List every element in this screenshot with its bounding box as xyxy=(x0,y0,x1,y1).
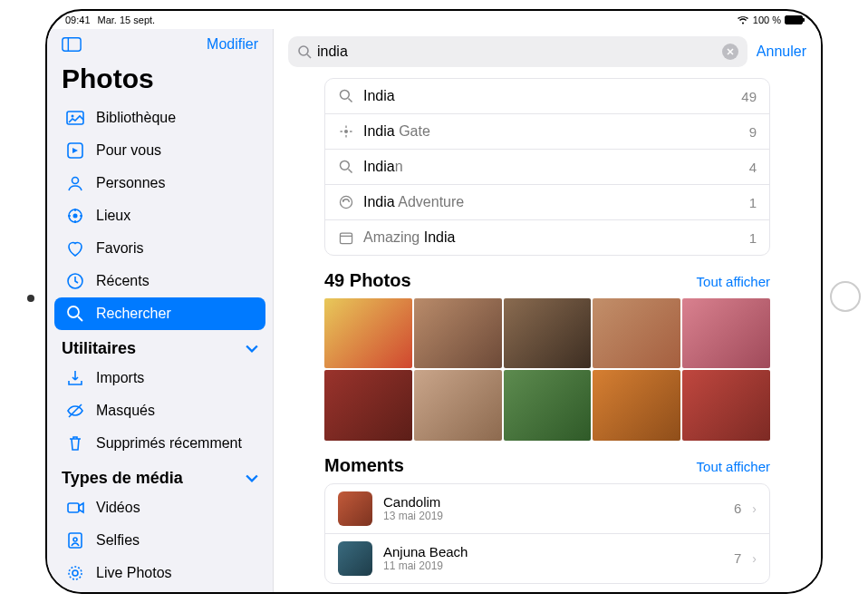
main-content: Annuler India49India Gate9Indian4India A… xyxy=(274,29,821,592)
photo-thumbnail[interactable] xyxy=(504,298,592,368)
photo-thumbnail[interactable] xyxy=(414,298,502,368)
chevron-down-icon xyxy=(246,343,258,355)
video-icon xyxy=(65,498,85,518)
sidebar-item-selfies[interactable]: Selfies xyxy=(54,524,265,557)
sidebar-item-supprimés-récemment[interactable]: Supprimés récemment xyxy=(54,427,265,460)
sidebar-section-label: Types de média xyxy=(62,469,183,488)
suggestion-row[interactable]: Amazing India1 xyxy=(325,220,769,255)
moments-list: Candolim13 mai 20196›Anjuna Beach11 mai … xyxy=(324,483,770,584)
sidebar-item-lieux[interactable]: Lieux xyxy=(54,199,265,232)
sidebar-item-portrait[interactable]: Portrait xyxy=(54,589,265,592)
sidebar-item-vidéos[interactable]: Vidéos xyxy=(54,491,265,524)
suggestion-text: Amazing India xyxy=(363,229,740,246)
sidebar: Modifier Photos BibliothèquePour vousPer… xyxy=(47,29,274,592)
sidebar-item-label: Rechercher xyxy=(96,306,171,322)
library-icon xyxy=(65,108,85,128)
sidebar-item-rechercher[interactable]: Rechercher xyxy=(54,297,265,330)
suggestion-text: India Gate xyxy=(363,123,740,140)
status-date: Mar. 15 sept. xyxy=(98,15,156,25)
suggestion-text: Indian xyxy=(363,159,740,175)
photo-thumbnail[interactable] xyxy=(682,298,770,368)
search-field[interactable] xyxy=(288,36,747,67)
suggestion-row[interactable]: Indian4 xyxy=(325,150,769,185)
svg-line-10 xyxy=(78,316,82,321)
moment-title: Anjuna Beach xyxy=(383,544,723,559)
svg-rect-12 xyxy=(68,503,79,512)
suggestion-text: India xyxy=(363,88,732,104)
trash-icon xyxy=(65,433,85,453)
suggestion-count: 1 xyxy=(749,230,757,246)
places-icon xyxy=(65,206,85,226)
search-icon xyxy=(65,304,85,324)
moment-thumbnail xyxy=(338,491,372,526)
sidebar-item-live-photos[interactable]: Live Photos xyxy=(54,557,265,589)
suggestion-count: 9 xyxy=(749,124,757,140)
photo-thumbnail[interactable] xyxy=(324,370,412,440)
chevron-right-icon: › xyxy=(752,501,757,516)
sidebar-item-imports[interactable]: Imports xyxy=(54,362,265,394)
svg-rect-13 xyxy=(69,533,82,548)
moment-info: Candolim13 mai 2019 xyxy=(383,494,723,522)
clear-search-button[interactable] xyxy=(722,44,738,60)
sidebar-item-favoris[interactable]: Favoris xyxy=(54,232,265,265)
sidebar-section-utilities[interactable]: Utilitaires xyxy=(47,330,273,362)
svg-rect-25 xyxy=(340,233,352,243)
edit-button[interactable]: Modifier xyxy=(207,36,258,53)
import-icon xyxy=(65,368,85,388)
suggestion-row[interactable]: India Gate9 xyxy=(325,114,769,150)
photo-thumbnail[interactable] xyxy=(593,298,680,368)
svg-point-22 xyxy=(340,160,349,170)
home-button[interactable] xyxy=(830,281,861,312)
suggestion-row[interactable]: India Adventure1 xyxy=(325,185,769,220)
photo-thumbnail[interactable] xyxy=(504,370,592,440)
sidebar-item-label: Vidéos xyxy=(96,500,140,516)
live-icon xyxy=(65,563,85,583)
sidebar-item-masqués[interactable]: Masqués xyxy=(54,394,265,427)
moments-section-title: Moments xyxy=(324,455,404,476)
app-title: Photos xyxy=(47,60,273,102)
sidebar-item-label: Pour vous xyxy=(96,142,161,159)
status-time: 09:41 xyxy=(65,15,91,25)
moment-info: Anjuna Beach11 mai 2019 xyxy=(383,544,723,572)
suggestion-count: 4 xyxy=(749,160,757,175)
photo-thumbnail[interactable] xyxy=(593,370,680,440)
moment-title: Candolim xyxy=(383,494,723,510)
photo-thumbnail[interactable] xyxy=(682,370,770,440)
search-input[interactable] xyxy=(317,44,717,60)
photos-see-all[interactable]: Tout afficher xyxy=(697,274,770,289)
photo-thumbnail[interactable] xyxy=(324,298,412,368)
sidebar-item-label: Personnes xyxy=(96,175,166,191)
search-suggestions: India49India Gate9Indian4India Adventure… xyxy=(324,78,770,256)
suggestion-row[interactable]: India49 xyxy=(325,79,769,114)
sidebar-item-pour-vous[interactable]: Pour vous xyxy=(54,134,265,167)
device-camera xyxy=(27,295,34,302)
selfie-icon xyxy=(65,530,85,550)
sidebar-item-label: Favoris xyxy=(96,240,143,257)
svg-point-3 xyxy=(72,115,74,118)
sidebar-section-media-types[interactable]: Types de média xyxy=(47,460,273,491)
sidebar-item-bibliothèque[interactable]: Bibliothèque xyxy=(54,102,265,134)
chevron-down-icon xyxy=(246,472,258,485)
moment-row[interactable]: Candolim13 mai 20196› xyxy=(325,484,769,534)
sidebar-item-récents[interactable]: Récents xyxy=(54,265,265,297)
hidden-icon xyxy=(65,401,85,421)
sidebar-item-label: Live Photos xyxy=(96,565,172,581)
pin-icon xyxy=(338,123,354,140)
moment-count: 6 xyxy=(734,501,741,516)
sidebar-toggle-icon[interactable] xyxy=(62,36,82,53)
suggestion-count: 49 xyxy=(741,89,757,104)
photo-thumbnail[interactable] xyxy=(414,370,502,440)
moment-thumbnail xyxy=(338,541,372,576)
svg-point-16 xyxy=(69,567,82,579)
svg-point-21 xyxy=(344,130,348,133)
moments-see-all[interactable]: Tout afficher xyxy=(697,459,770,474)
memory-icon xyxy=(338,194,354,210)
cancel-button[interactable]: Annuler xyxy=(757,44,806,60)
svg-point-5 xyxy=(72,178,79,184)
battery-percent: 100 % xyxy=(753,15,781,25)
chevron-right-icon: › xyxy=(752,551,757,566)
moment-row[interactable]: Anjuna Beach11 mai 20197› xyxy=(325,534,769,583)
svg-point-9 xyxy=(68,306,79,317)
svg-rect-0 xyxy=(63,38,81,52)
sidebar-item-personnes[interactable]: Personnes xyxy=(54,167,265,199)
